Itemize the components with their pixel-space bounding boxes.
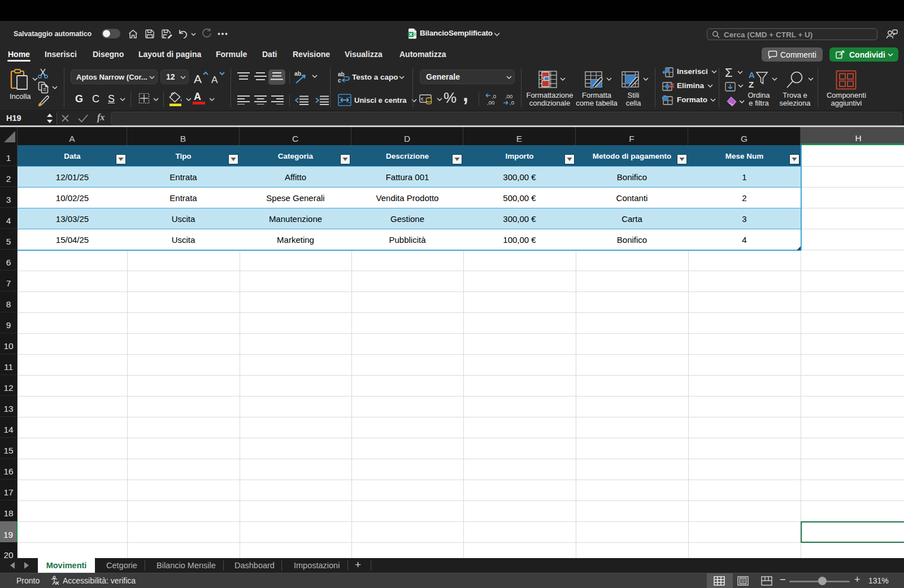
svg-text:,0: ,0 <box>492 93 496 99</box>
svg-text:ab: ab <box>294 70 301 77</box>
svg-text:A: A <box>194 72 202 85</box>
svg-text:ab: ab <box>338 71 345 77</box>
svg-text:€: € <box>421 97 424 102</box>
svg-text:A: A <box>749 70 755 80</box>
svg-text:,0: ,0 <box>510 99 514 106</box>
svg-text:c: c <box>338 77 341 84</box>
svg-text:,00: ,00 <box>505 93 512 99</box>
svg-text:Z: Z <box>749 80 754 89</box>
svg-text:,00: ,00 <box>487 99 494 106</box>
svg-text:A: A <box>211 75 218 85</box>
